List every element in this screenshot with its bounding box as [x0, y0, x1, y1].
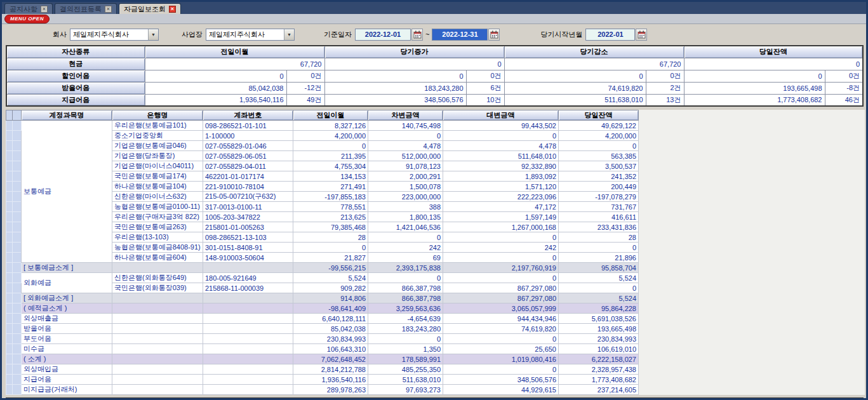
grid-cell[interactable]: 0 — [559, 141, 639, 151]
grid-cell[interactable]: 0 — [559, 243, 639, 253]
grid-cell[interactable]: 3,259,563,636 — [368, 303, 443, 314]
bank-name-cell[interactable] — [112, 334, 203, 344]
row-selector[interactable] — [13, 202, 22, 212]
grid-cell[interactable]: 183,243,280 — [324, 82, 466, 94]
grid-cell[interactable]: 6,640,128,111 — [293, 314, 368, 324]
grid-cell[interactable]: 13건 — [646, 94, 684, 106]
account-number-cell[interactable] — [203, 364, 293, 375]
row-label-cell[interactable]: [ 외화예금소계 ] — [22, 293, 112, 303]
grid-cell[interactable]: 0 — [368, 131, 443, 141]
grid-cell[interactable]: 28 — [293, 232, 368, 243]
grid-cell[interactable]: 1,936,540,116 — [293, 375, 368, 385]
grid-cell[interactable]: 2,814,212,788 — [293, 364, 368, 375]
row-selector[interactable] — [13, 253, 22, 263]
grid-cell[interactable]: 0건 — [286, 70, 324, 82]
grid-cell[interactable]: 28 — [559, 232, 639, 243]
close-icon[interactable]: × — [169, 6, 176, 13]
grid-cell[interactable]: 5,524 — [559, 293, 639, 303]
column-header[interactable]: 전일이월 — [293, 110, 368, 121]
grid-cell[interactable]: 2,393,175,838 — [368, 263, 443, 273]
grid-cell[interactable]: 914,806 — [293, 293, 368, 303]
row-selector[interactable] — [13, 344, 22, 354]
bank-name-cell[interactable]: 하나은행(보통예금604) — [112, 253, 203, 263]
row-selector[interactable] — [13, 192, 22, 202]
menu-open-button[interactable]: MENU OPEN — [4, 15, 50, 23]
grid-cell[interactable]: 1,936,540,116 — [145, 94, 286, 106]
grid-cell[interactable]: 4,478 — [368, 141, 443, 151]
account-group-cell[interactable]: 외화예금 — [22, 273, 112, 293]
row-selector[interactable] — [13, 232, 22, 243]
grid-cell[interactable]: 178,589,991 — [368, 354, 443, 364]
grid-cell[interactable]: 79,385,468 — [293, 222, 368, 232]
asset-type-header[interactable]: 지급어음 — [6, 94, 145, 106]
asset-type-header[interactable]: 현금 — [6, 58, 145, 70]
bank-name-cell[interactable] — [112, 344, 203, 354]
grid-cell[interactable]: 193,665,498 — [559, 324, 639, 334]
grid-cell[interactable]: 0건 — [466, 70, 504, 82]
grid-cell[interactable]: 0 — [504, 70, 646, 82]
grid-cell[interactable]: 7,062,648,452 — [293, 354, 368, 364]
grid-cell[interactable]: 44,929,615 — [443, 385, 559, 395]
grid-cell[interactable]: 230,834,993 — [293, 334, 368, 344]
row-selector[interactable] — [13, 141, 22, 151]
row-selector[interactable] — [6, 314, 13, 324]
calendar-icon[interactable] — [411, 29, 423, 41]
row-selector[interactable] — [13, 385, 22, 395]
grid-cell[interactable]: 4,200,000 — [559, 131, 639, 141]
row-label-cell[interactable]: ( 예적금소계 ) — [22, 303, 112, 314]
grid-cell[interactable]: 99,443,502 — [443, 121, 559, 131]
column-header[interactable]: 당기감소 — [504, 46, 684, 58]
grid-cell[interactable]: 909,282 — [293, 283, 368, 293]
column-header[interactable]: 계좌번호 — [203, 110, 293, 121]
bank-name-cell[interactable]: 우리은행(보통예금101) — [112, 121, 203, 131]
column-header[interactable]: 자산종류 — [6, 46, 145, 58]
bank-name-cell[interactable]: 하나은행(보통예금104) — [112, 182, 203, 192]
account-number-cell[interactable]: 221-910010-78104 — [203, 182, 293, 192]
bank-name-cell[interactable]: 국민은행(보통예금263) — [112, 222, 203, 232]
row-selector[interactable] — [6, 121, 13, 131]
grid-cell[interactable]: 2,197,760,919 — [443, 263, 559, 273]
grid-cell[interactable]: 944,434,946 — [443, 314, 559, 324]
tab-voucher-entry[interactable]: 결의전표등록 × — [55, 3, 117, 14]
grid-cell[interactable]: 69 — [368, 253, 443, 263]
grid-cell[interactable]: 47,172 — [443, 202, 559, 212]
row-selector[interactable] — [6, 375, 13, 385]
grid-cell[interactable]: 731,767 — [559, 202, 639, 212]
bank-name-cell[interactable] — [112, 364, 203, 375]
account-number-cell[interactable]: 148-910003-50604 — [203, 253, 293, 263]
row-label-cell[interactable]: 외상매입금 — [22, 364, 112, 375]
grid-cell[interactable]: 237,214,605 — [559, 385, 639, 395]
grid-cell[interactable]: 348,506,576 — [443, 375, 559, 385]
row-selector[interactable] — [6, 385, 13, 395]
grid-cell[interactable]: 0 — [684, 58, 863, 70]
grid-cell[interactable]: 1,019,080,416 — [443, 354, 559, 364]
grid-cell[interactable]: 3,065,057,999 — [443, 303, 559, 314]
account-number-cell[interactable]: 215801-01-005263 — [203, 222, 293, 232]
grid-cell[interactable]: 49건 — [286, 94, 324, 106]
row-selector[interactable] — [6, 303, 13, 314]
tab-fund-daily-report[interactable]: 자금일보조회 × — [119, 3, 181, 14]
account-number-cell[interactable] — [203, 334, 293, 344]
account-number-cell[interactable]: 027-055829-04-011 — [203, 161, 293, 171]
grid-cell[interactable]: 0건 — [825, 70, 863, 82]
bank-name-cell[interactable]: 신한은행(외화통장649) — [112, 273, 203, 283]
row-selector[interactable] — [6, 232, 13, 243]
grid-cell[interactable]: 0 — [684, 70, 825, 82]
grid-cell[interactable]: 867,297,080 — [443, 283, 559, 293]
row-selector[interactable] — [13, 293, 22, 303]
grid-cell[interactable]: 67,720 — [145, 58, 324, 70]
account-number-cell[interactable]: 215868-11-000039 — [203, 283, 293, 293]
bank-name-cell[interactable]: 우리은행(13-103) — [112, 232, 203, 243]
row-selector[interactable] — [6, 283, 13, 293]
column-header[interactable]: 대변금액 — [443, 110, 559, 121]
grid-cell[interactable]: 5,524 — [293, 273, 368, 283]
grid-cell[interactable]: 0 — [443, 334, 559, 344]
grid-cell[interactable]: 0 — [443, 364, 559, 375]
bank-name-cell[interactable]: 국민은행(보통예금174) — [112, 171, 203, 182]
grid-cell[interactable]: 0 — [443, 253, 559, 263]
grid-cell[interactable]: 233,431,836 — [559, 222, 639, 232]
grid-cell[interactable]: 388 — [368, 202, 443, 212]
asset-type-header[interactable]: 받을어음 — [6, 82, 145, 94]
grid-cell[interactable]: 6,222,158,027 — [559, 354, 639, 364]
bank-name-cell[interactable] — [112, 375, 203, 385]
